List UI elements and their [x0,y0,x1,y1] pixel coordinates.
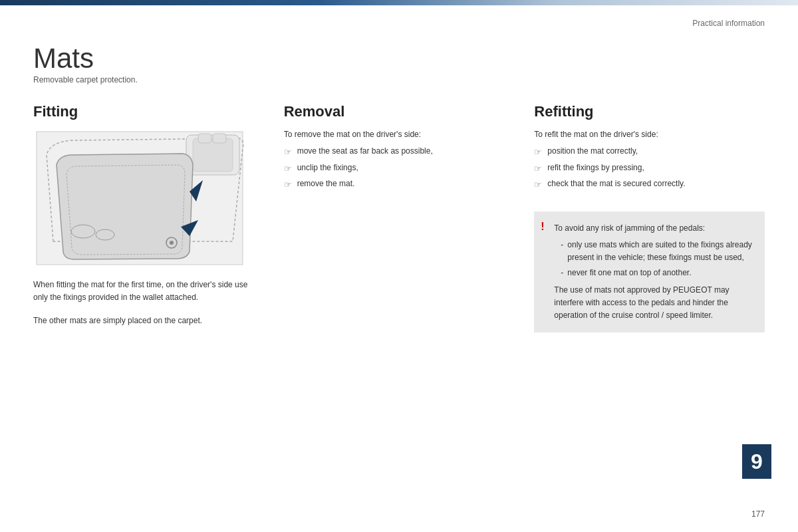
warning-text-content: To avoid any risk of jamming of the peda… [542,222,754,322]
svg-point-6 [170,241,174,245]
page-subtitle: Removable carpet protection. [33,75,765,84]
warning-item-1: - only use mats which are suited to the … [561,239,754,264]
refitting-step-3-text: check that the mat is secured correctly. [547,178,685,190]
refitting-column: Refitting To refit the mat on the driver… [534,103,765,332]
bullet-arrow-icon: ☞ [534,162,542,176]
removal-column: Removal To remove the mat on the driver'… [284,103,535,332]
main-content: Mats Removable carpet protection. Fittin… [33,43,765,499]
fitting-heading: Fitting [33,103,264,120]
warning-item-2: - never fit one mat on top of another. [561,267,754,279]
page-number: 177 [751,509,765,519]
warning-extra-text: The use of mats not approved by PEUGEOT … [554,284,754,323]
page-title: Mats [33,43,765,74]
bullet-arrow-icon: ☞ [534,146,542,159]
warning-item-1-text: only use mats which are suited to the fi… [567,239,754,264]
dash-icon: - [561,267,563,279]
removal-step-3-text: remove the mat. [297,178,355,190]
refitting-step-2: ☞ refit the fixings by pressing, [534,162,765,176]
refitting-step-1: ☞ position the mat correctly, [534,145,765,159]
removal-heading: Removal [284,103,515,120]
mat-illustration [33,128,246,268]
bullet-arrow-icon: ☞ [284,162,292,176]
removal-intro: To remove the mat on the driver's side: [284,128,515,141]
svg-rect-2 [193,138,233,172]
fitting-description2: The other mats are simply placed on the … [33,315,264,327]
svg-rect-3 [198,134,211,143]
svg-rect-4 [213,134,226,143]
fitting-column: Fitting [33,103,284,332]
refitting-intro: To refit the mat on the driver's side: [534,128,765,141]
refitting-step-3: ☞ check that the mat is secured correctl… [534,178,765,192]
refitting-heading: Refitting [534,103,765,120]
removal-step-2-text: unclip the fixings, [297,162,358,174]
bullet-arrow-icon: ☞ [284,146,292,159]
removal-step-2: ☞ unclip the fixings, [284,162,515,176]
warning-exclamation-icon: ! [541,221,544,233]
bullet-arrow-icon: ☞ [284,178,292,192]
fitting-image [33,128,246,268]
top-decorative-bar [0,0,798,5]
warning-title: To avoid any risk of jamming of the peda… [554,222,754,235]
refitting-step-2-text: refit the fixings by pressing, [547,162,644,174]
bullet-arrow-icon: ☞ [534,178,542,192]
fitting-description1: When fitting the mat for the first time,… [33,279,264,304]
dash-icon: - [561,239,563,251]
refitting-step-1-text: position the mat correctly, [547,145,638,157]
section-label: Practical information [692,19,765,28]
removal-step-3: ☞ remove the mat. [284,178,515,192]
warning-box: ! To avoid any risk of jamming of the pe… [534,211,765,332]
warning-item-2-text: never fit one mat on top of another. [567,267,691,279]
columns-container: Fitting [33,103,765,332]
removal-step-1: ☞ move the seat as far back as possible, [284,145,515,159]
removal-step-1-text: move the seat as far back as possible, [297,145,433,157]
